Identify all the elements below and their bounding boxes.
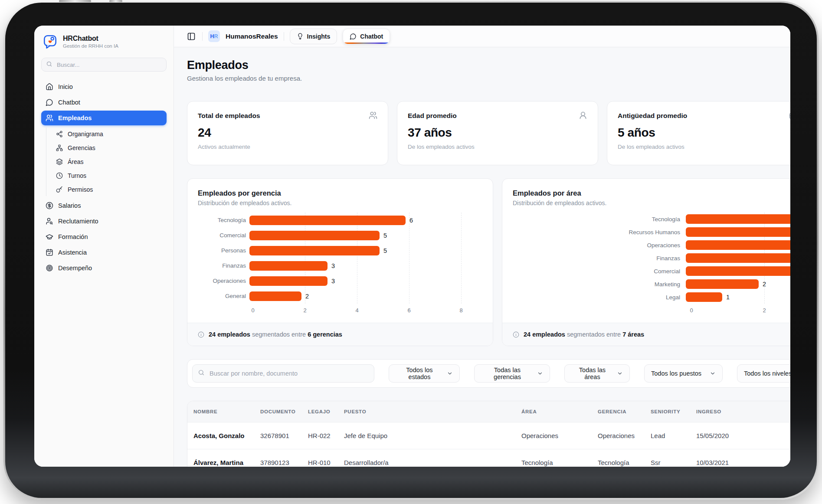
sidebar-item-gerencias[interactable]: Gerencias: [52, 141, 167, 154]
bar-row-comercial: Comercial5: [198, 228, 482, 243]
stat-value: 37 años: [408, 126, 587, 140]
chart-head: Empleados por áreaDistribución de emplea…: [502, 179, 790, 206]
stat-title: Edad promedio: [408, 112, 587, 120]
bar-value-label: 2: [763, 281, 766, 288]
sidebar-item-salarios[interactable]: Salarios: [41, 198, 167, 213]
bar-category-label: Operaciones: [513, 242, 686, 249]
sidebar-item-label: Chatbot: [58, 99, 80, 106]
app-subtitle: Gestión de RRHH con IA: [63, 43, 118, 49]
sidebar-item-desempeno[interactable]: Desempeño: [41, 261, 167, 275]
column-header-documento[interactable]: DOCUMENTO: [260, 401, 308, 422]
bar-row-operaciones: Operaciones3: [198, 273, 482, 288]
users-icon: [46, 114, 53, 122]
calendar-check-icon: [46, 249, 53, 256]
chart-plot: Tecnología6Comercial5Personas5Finanzas3O…: [187, 213, 493, 315]
bar-track: 3: [686, 266, 790, 276]
chart-title: Empleados por gerencia: [198, 189, 482, 197]
sidebar-search[interactable]: [41, 58, 167, 72]
cell-legajo: HR-022: [308, 422, 344, 449]
chart-title: Empleados por área: [513, 189, 790, 197]
sidebar-item-empleados[interactable]: Empleados: [41, 111, 167, 125]
bar-category-label: Legal: [513, 294, 686, 301]
bar-row-recursos-humanos: Recursos Humanos5: [513, 226, 790, 239]
stats-row: Total de empleados24Activos actualmenteE…: [187, 101, 790, 165]
page-title: Empleados: [187, 59, 790, 72]
sidebar-item-formacion[interactable]: Formación: [41, 229, 167, 244]
cell-gerencia: Tecnología: [598, 449, 651, 467]
chart-x-axis: 024: [691, 304, 790, 315]
bar-row-personas: Personas5: [198, 243, 482, 258]
bar-category-label: General: [198, 293, 249, 299]
bar-row-comercial: Comercial3: [513, 265, 790, 278]
insights-button[interactable]: Insights: [290, 29, 337, 44]
chat-bubble-icon: [350, 33, 357, 40]
cell-seniority: Ssr: [651, 449, 696, 467]
chevron-down-icon: [447, 370, 453, 376]
chart-subtitle: Distribución de empleados activos.: [198, 200, 482, 206]
bar: [249, 246, 380, 255]
sidebar-item-label: Asistencia: [58, 249, 87, 256]
table-row[interactable]: Acosta, Gonzalo32678901HR-022Jefe de Equ…: [187, 422, 790, 449]
bar-category-label: Tecnología: [513, 216, 686, 223]
bar-row-tecnologia: Tecnología6: [198, 213, 482, 228]
chatbot-label: Chatbot: [360, 33, 383, 40]
column-header-seniority[interactable]: SENIORITY: [651, 401, 696, 422]
bar-row-tecnologia: Tecnología5: [513, 213, 790, 226]
sidebar-item-organigrama[interactable]: Organigrama: [52, 128, 167, 141]
sidebar-item-reclutamiento[interactable]: Reclutamiento: [41, 214, 167, 229]
column-header-legajo[interactable]: LEGAJO: [308, 401, 344, 422]
chatbot-button[interactable]: Chatbot: [343, 29, 390, 44]
user-icon: [579, 111, 587, 120]
sidebar-item-turnos[interactable]: Turnos: [52, 169, 167, 182]
employees-table-card: NOMBREDOCUMENTOLEGAJOPUESTOÁREAGERENCIAS…: [187, 401, 790, 467]
axis-tick-label: 6: [407, 307, 410, 314]
sidebar-item-inicio[interactable]: Inicio: [41, 79, 167, 94]
bar: [686, 253, 790, 263]
bar-value-label: 2: [305, 293, 309, 300]
table-search[interactable]: [192, 364, 374, 383]
table-row[interactable]: Álvarez, Martina37890123HR-010Desarrolla…: [187, 449, 790, 467]
sidebar-item-label: Permisos: [68, 186, 93, 193]
topbar-brand: HumanosReales: [226, 33, 278, 40]
filter-dropdown-todos-los-estados[interactable]: Todos los estados: [389, 364, 460, 383]
filter-dropdown-todos-los-niveles[interactable]: Todos los niveles: [737, 364, 790, 383]
sidebar-item-permisos[interactable]: Permisos: [52, 183, 167, 196]
column-header-area[interactable]: ÁREA: [521, 401, 598, 422]
column-header-puesto[interactable]: PUESTO: [344, 401, 521, 422]
filter-dropdown-todos-los-puestos[interactable]: Todos los puestos: [644, 364, 723, 383]
page-subtitle: Gestiona los empleados de tu empresa.: [187, 75, 790, 82]
column-header-nombre[interactable]: NOMBRE: [187, 401, 260, 422]
charts-row: Empleados por gerenciaDistribución de em…: [187, 178, 790, 346]
bar: [249, 216, 406, 225]
table-search-input[interactable]: [209, 370, 369, 377]
key-icon: [56, 186, 63, 193]
axis-tick-label: 0: [690, 307, 693, 314]
filter-dropdown-label: Todos los estados: [396, 367, 443, 380]
sidebar-item-chatbot[interactable]: Chatbot: [41, 95, 167, 110]
sidebar-toggle-button[interactable]: [186, 31, 196, 42]
app-logo-icon: [42, 33, 59, 50]
bar-track: 5: [249, 231, 482, 240]
bar-track: 3: [249, 261, 482, 271]
chevron-down-icon: [617, 370, 623, 376]
cell-gerencia: Operaciones: [598, 422, 651, 449]
filter-dropdown-todas-las-gerencias[interactable]: Todas las gerencias: [474, 364, 550, 383]
chart-footer: 24 empleados segmentados entre 7 áreas: [502, 323, 790, 346]
bar-value-label: 3: [331, 262, 335, 269]
column-header-gerencia[interactable]: GERENCIA: [598, 401, 651, 422]
topbar: HR HumanosReales Insights Chatbot: [174, 26, 790, 47]
main-area: HR HumanosReales Insights Chatbot: [174, 26, 790, 467]
bar-track: 4: [686, 240, 790, 250]
bar-row-finanzas: Finanzas3: [198, 258, 482, 273]
filter-dropdown-todas-las-areas[interactable]: Todas las áreas: [564, 364, 630, 383]
gridline: [357, 213, 357, 304]
bar: [686, 227, 790, 237]
sidebar-search-input[interactable]: [56, 61, 162, 69]
sidebar-item-areas[interactable]: Áreas: [52, 155, 167, 168]
column-header-ingreso[interactable]: INGRESO: [696, 401, 790, 422]
stat-title: Total de empleados: [198, 112, 377, 120]
sidebar-item-asistencia[interactable]: Asistencia: [41, 245, 167, 260]
search-icon: [198, 369, 205, 378]
filter-dropdown-label: Todas las áreas: [571, 367, 613, 380]
target-icon: [46, 264, 53, 272]
